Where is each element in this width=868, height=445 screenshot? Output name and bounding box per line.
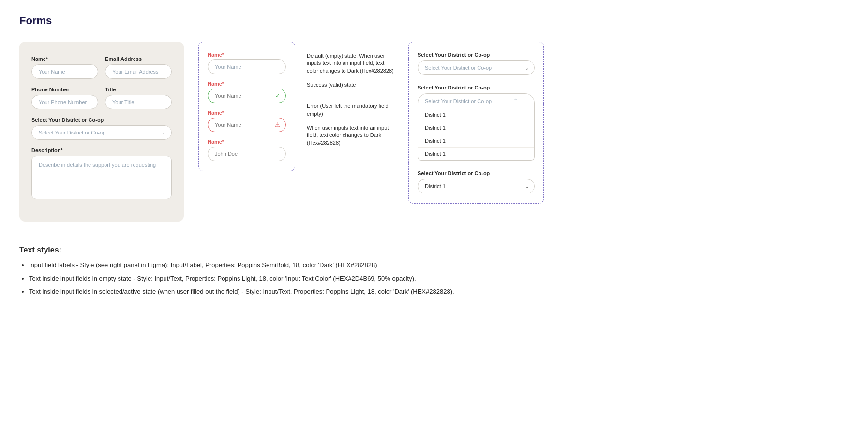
text-styles-list: Input field labels - Style (see right pa… [19, 260, 849, 297]
phone-label: Phone Number [31, 87, 98, 92]
state-filled-input[interactable] [208, 147, 286, 161]
state-desc-2: Success (valid) state [307, 81, 394, 96]
district-select-wrapper: Select Your District or Co-op District 1… [31, 125, 172, 140]
success-input-wrapper: ✓ [208, 89, 286, 103]
dropdown-item-3[interactable]: District 1 [418, 134, 534, 148]
state-default-input[interactable] [208, 59, 286, 74]
text-styles-section: Text styles: Input field labels - Style … [19, 246, 849, 297]
name-label: Name* [31, 56, 98, 62]
state-default-label: Name* [208, 52, 286, 58]
state-desc-4: When user inputs text into an input fiel… [307, 124, 394, 147]
district-select[interactable]: Select Your District or Co-op District 1 [31, 125, 172, 140]
page-title: Forms [19, 15, 849, 27]
form-card: Name* Email Address Phone Number Title S… [19, 42, 184, 222]
check-icon: ✓ [275, 92, 280, 99]
main-layout: Name* Email Address Phone Number Title S… [19, 42, 849, 222]
email-label: Email Address [105, 56, 172, 62]
select-closed-input[interactable]: Select Your District or Co-op District 1 [418, 60, 535, 75]
state-desc-3: Error (User left the mandatory field emp… [307, 103, 394, 118]
select-closed-group: Select Your District or Co-op Select You… [418, 52, 535, 75]
state-desc-1: Default (empty) state. When user inputs … [307, 52, 394, 74]
state-error-label: Name* [208, 110, 286, 116]
text-style-item-1: Input field labels - Style (see right pa… [29, 260, 849, 270]
state-descriptions: Default (empty) state. When user inputs … [307, 42, 394, 147]
dropdown-item-2[interactable]: District 1 [418, 121, 534, 134]
select-selected-wrapper: District 1 ⌄ [418, 179, 535, 193]
chevron-up-icon: ⌃ [513, 98, 518, 104]
state-error-input[interactable] [208, 118, 286, 132]
state-panel: Name* Name* ✓ Name* [198, 42, 394, 171]
name-input[interactable] [31, 64, 98, 79]
state-success-input[interactable] [208, 89, 286, 103]
district-group: Select Your District or Co-op Select You… [31, 117, 172, 140]
select-open-group: Select Your District or Co-op Select You… [418, 85, 535, 161]
dropdown-item-4[interactable]: District 1 [418, 148, 534, 160]
dropdown-item-1[interactable]: District 1 [418, 108, 534, 121]
select-states-panel: Select Your District or Co-op Select You… [408, 42, 544, 204]
description-textarea[interactable] [31, 156, 172, 199]
select-closed-label: Select Your District or Co-op [418, 52, 535, 58]
title-input[interactable] [105, 95, 172, 109]
description-label: Description* [31, 148, 172, 153]
name-group: Name* [31, 56, 98, 79]
select-selected-label: Select Your District or Co-op [418, 170, 535, 176]
error-icon: ⚠ [275, 121, 280, 128]
select-closed-wrapper: Select Your District or Co-op District 1… [418, 60, 535, 75]
state-success-group: Name* ✓ [208, 81, 286, 103]
state-inputs-container: Name* Name* ✓ Name* [198, 42, 295, 171]
state-default-group: Name* [208, 52, 286, 74]
text-style-item-3: Text inside input fields in selected/act… [29, 287, 849, 297]
dropdown-placeholder-text: Select Your District or Co-op [425, 98, 492, 104]
description-group: Description* [31, 148, 172, 199]
title-label: Title [105, 87, 172, 92]
dropdown-open-trigger[interactable]: Select Your District or Co-op ⌃ [418, 93, 535, 108]
state-filled-group: Name* [208, 139, 286, 161]
phone-group: Phone Number [31, 87, 98, 109]
district-label: Select Your District or Co-op [31, 117, 172, 123]
dropdown-open-container: Select Your District or Co-op ⌃ District… [418, 93, 535, 161]
state-success-label: Name* [208, 81, 286, 87]
select-selected-group: Select Your District or Co-op District 1… [418, 170, 535, 193]
name-email-row: Name* Email Address [31, 56, 172, 79]
error-input-wrapper: ⚠ [208, 118, 286, 132]
email-group: Email Address [105, 56, 172, 79]
text-style-item-2: Text inside input fields in empty state … [29, 274, 849, 283]
state-error-group: Name* ⚠ [208, 110, 286, 132]
phone-input[interactable] [31, 95, 98, 109]
dropdown-open-list: District 1 District 1 District 1 Distric… [418, 108, 535, 161]
select-open-label: Select Your District or Co-op [418, 85, 535, 90]
state-filled-label: Name* [208, 139, 286, 145]
title-group: Title [105, 87, 172, 109]
phone-title-row: Phone Number Title [31, 87, 172, 109]
select-selected-input[interactable]: District 1 [418, 179, 535, 193]
text-styles-title: Text styles: [19, 246, 849, 254]
email-input[interactable] [105, 64, 172, 79]
